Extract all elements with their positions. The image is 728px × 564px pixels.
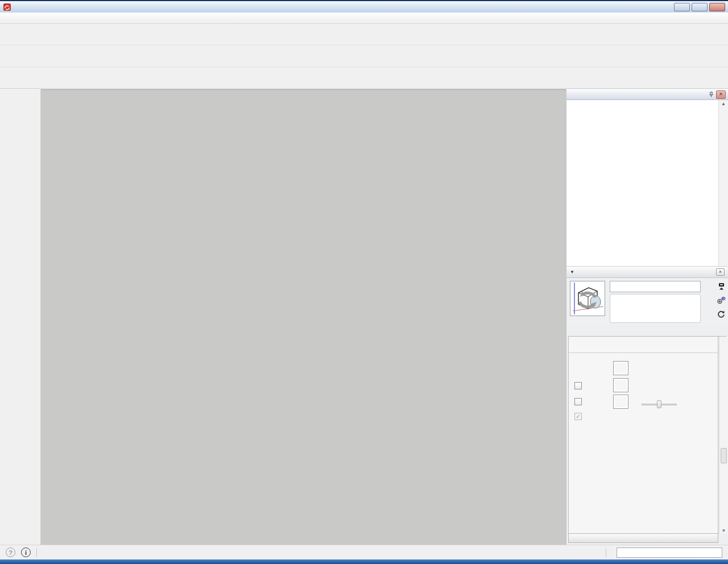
toolbar-camera-tools [0, 45, 728, 67]
transparency-slider[interactable] [642, 400, 677, 408]
slider-thumb[interactable] [657, 400, 661, 408]
create-new-style-icon [717, 296, 726, 305]
ground-row [574, 398, 585, 405]
secondary-pane-icon [717, 282, 726, 291]
sketchup-logo-icon [3, 3, 11, 11]
ground-checkbox[interactable] [574, 398, 582, 405]
title-bar [0, 0, 728, 13]
secondary-pane-button[interactable] [715, 281, 726, 292]
measurements-box[interactable] [617, 548, 722, 558]
show-ground-row: ✓ [574, 413, 585, 420]
styles-edit-panel: ✓ [568, 337, 718, 534]
large-tool-set [0, 89, 41, 545]
update-style-button[interactable] [715, 308, 726, 319]
tray-scrollbar-thumb[interactable] [721, 448, 727, 463]
styles-body [566, 278, 728, 325]
model-viewport[interactable] [41, 89, 566, 545]
edit-settings-strip [569, 337, 718, 353]
styles-tabs [568, 325, 726, 337]
select-section-bar[interactable] [568, 533, 718, 543]
toolbar-standard [0, 24, 728, 45]
sky-checkbox[interactable] [574, 382, 582, 389]
style-name-input[interactable] [610, 281, 701, 292]
menu-bar [0, 13, 728, 24]
collapse-triangle-icon: ▼ [570, 269, 574, 275]
background-swatch[interactable] [613, 361, 628, 375]
tray-close-button[interactable]: × [716, 90, 726, 99]
style-description [610, 294, 701, 323]
instructor-scrollbar[interactable]: ▲ [718, 100, 728, 266]
windows-taskbar[interactable] [0, 559, 728, 564]
scroll-up-icon[interactable]: ▲ [719, 100, 728, 108]
update-style-icon [717, 309, 726, 318]
scroll-down-icon[interactable]: ▼ [719, 528, 728, 533]
sky-row [574, 382, 585, 389]
show-ground-checkbox[interactable]: ✓ [574, 413, 582, 420]
toolbar-principal [0, 67, 728, 89]
maximize-button[interactable] [692, 3, 708, 11]
geolocation-icon[interactable]: ? [6, 548, 15, 557]
window-controls [674, 3, 725, 11]
style-actions [715, 281, 726, 319]
default-tray: × ▲ ▼ × [566, 89, 728, 545]
viewport-canvas[interactable] [41, 90, 566, 545]
sky-swatch[interactable] [613, 378, 628, 392]
tray-scrollbar[interactable]: ▼ [719, 337, 728, 534]
ground-swatch[interactable] [613, 395, 628, 409]
styles-section-header[interactable]: ▼ × [566, 266, 728, 278]
create-new-style-button[interactable] [715, 295, 726, 305]
style-thumbnail-image [570, 281, 605, 316]
info-icon[interactable]: i [21, 548, 31, 557]
pin-icon[interactable] [706, 90, 716, 99]
styles-close-button[interactable]: × [716, 268, 725, 276]
minimize-button[interactable] [674, 3, 690, 11]
status-bar: ? i [0, 545, 728, 559]
tray-header[interactable]: × [566, 89, 728, 100]
close-button[interactable] [709, 3, 725, 11]
style-thumbnail[interactable] [570, 281, 605, 316]
instructor-panel [566, 100, 718, 266]
